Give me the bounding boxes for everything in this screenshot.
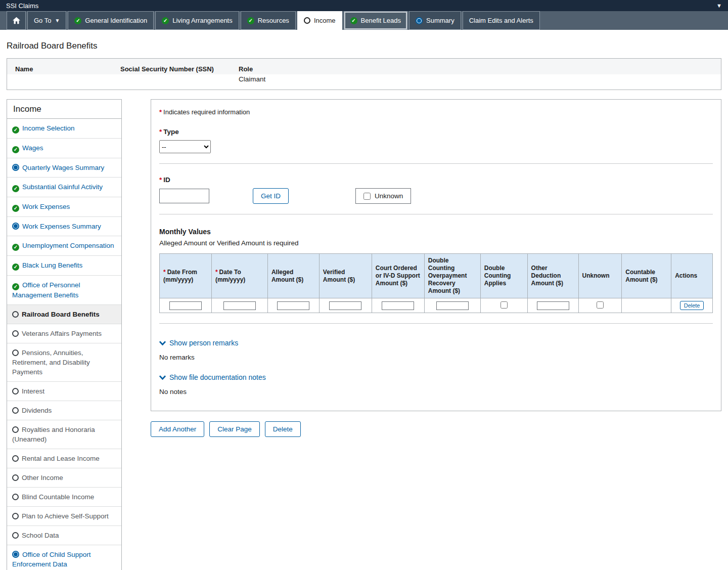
id-unknown-checkbox[interactable] bbox=[363, 193, 371, 200]
sidebar-item-unemployment-compensation[interactable]: Unemployment Compensation bbox=[7, 236, 121, 256]
sidebar-item-dividends: Dividends bbox=[7, 401, 121, 420]
tab-resources[interactable]: Resources bbox=[241, 11, 296, 30]
empty-circle-icon bbox=[12, 494, 19, 500]
type-select[interactable]: -- bbox=[159, 140, 211, 153]
col-court-ordered-amount: Court Ordered or IV-D Support Amount ($) bbox=[372, 254, 424, 298]
role-label: Role bbox=[239, 65, 713, 73]
empty-circle-icon bbox=[12, 330, 19, 337]
sidebar-item-quarterly-wages-summary[interactable]: Quarterly Wages Summary bbox=[7, 158, 121, 178]
empty-circle-icon bbox=[304, 17, 310, 24]
sidebar-item-office-of-child-support-enforcement-data[interactable]: Office of Child Support Enforcement Data bbox=[7, 545, 121, 570]
empty-circle-icon bbox=[12, 426, 19, 433]
clear-page-button[interactable]: Clear Page bbox=[209, 421, 260, 437]
delete-button[interactable]: Delete bbox=[265, 421, 301, 437]
court-ordered-amount-input[interactable] bbox=[382, 301, 414, 310]
get-id-button[interactable]: Get ID bbox=[253, 188, 289, 204]
col-unknown: Unknown bbox=[578, 254, 622, 298]
required-asterisk: * bbox=[215, 269, 218, 276]
sidebar-item-work-expenses[interactable]: Work Expenses bbox=[7, 197, 121, 217]
sidebar-item-school-data: School Data bbox=[7, 526, 121, 545]
alleged-amount-input[interactable] bbox=[277, 301, 309, 310]
chevron-down-icon bbox=[159, 375, 166, 380]
sidebar-item-black-lung-benefits[interactable]: Black Lung Benefits bbox=[7, 256, 121, 276]
tab-benefit-leads[interactable]: Benefit Leads bbox=[344, 11, 408, 30]
app-title: SSI Claims bbox=[6, 2, 38, 10]
tab-claim-edits-and-alerts[interactable]: Claim Edits and Alerts bbox=[463, 11, 540, 30]
sidebar-item-label: Work Expenses bbox=[22, 203, 70, 210]
id-label: *ID bbox=[159, 176, 713, 184]
person-header: Name Social Security Number (SSN) Role C… bbox=[7, 58, 721, 90]
empty-circle-icon bbox=[12, 455, 19, 462]
show-file-documentation-notes-toggle[interactable]: Show file documentation notes bbox=[159, 373, 266, 381]
in-progress-circle-icon bbox=[12, 551, 19, 558]
col-date-from: *Date From (mm/yyyy) bbox=[160, 254, 212, 298]
sidebar-item-label: Rental and Lease Income bbox=[22, 455, 100, 462]
add-another-button[interactable]: Add Another bbox=[151, 421, 204, 437]
check-circle-icon bbox=[12, 244, 19, 251]
col-double-counting-applies: Double Counting Applies bbox=[480, 254, 527, 298]
sidebar-item-pensions-annuities-retirement-disability: Pensions, Annuities, Retirement, and Dis… bbox=[7, 343, 121, 382]
sidebar-item-label: Railroad Board Benefits bbox=[22, 311, 100, 318]
go-to-dropdown[interactable]: Go To ▼ bbox=[27, 11, 66, 30]
col-countable-amount: Countable Amount ($) bbox=[622, 254, 671, 298]
empty-circle-icon bbox=[12, 532, 19, 539]
tab-label: Summary bbox=[426, 17, 454, 24]
tab-income[interactable]: Income bbox=[297, 11, 342, 30]
double-counting-recovery-amount-input[interactable] bbox=[436, 301, 469, 310]
home-button[interactable] bbox=[7, 11, 26, 30]
railroad-board-benefits-form: *Indicates required information *Type --… bbox=[151, 99, 721, 411]
go-to-label: Go To bbox=[34, 17, 51, 24]
double-counting-applies-checkbox[interactable] bbox=[500, 301, 508, 309]
tab-label: Living Arrangements bbox=[172, 17, 233, 24]
sidebar-item-label: Quarterly Wages Summary bbox=[22, 164, 104, 171]
sidebar-item-label: Office of Child Support Enforcement Data bbox=[12, 551, 91, 568]
sidebar-item-label: School Data bbox=[22, 532, 59, 539]
role-value: Claimant bbox=[239, 75, 713, 83]
required-asterisk: * bbox=[163, 269, 166, 276]
sidebar-item-label: Pensions, Annuities, Retirement, and Dis… bbox=[12, 349, 90, 376]
sidebar-item-label: Office of Personnel Management Benefits bbox=[12, 281, 80, 299]
sidebar-item-label: Royalties and Honoraria (Unearned) bbox=[12, 426, 95, 443]
name-label: Name bbox=[15, 65, 120, 73]
required-asterisk: * bbox=[159, 108, 162, 116]
verified-amount-input[interactable] bbox=[329, 301, 361, 310]
show-person-remarks-toggle[interactable]: Show person remarks bbox=[159, 339, 238, 347]
empty-circle-icon bbox=[12, 407, 19, 414]
tab-label: Income bbox=[314, 17, 336, 24]
section-divider bbox=[159, 163, 713, 164]
other-deduction-amount-input[interactable] bbox=[537, 301, 569, 310]
app-titlebar: SSI Claims ▼ bbox=[0, 0, 728, 11]
sidebar-item-work-expenses-summary[interactable]: Work Expenses Summary bbox=[7, 217, 121, 236]
page-title: Railroad Board Benefits bbox=[7, 41, 721, 51]
check-circle-icon bbox=[12, 146, 19, 153]
check-circle-icon bbox=[12, 126, 19, 134]
sidebar-item-income-selection[interactable]: Income Selection bbox=[7, 119, 121, 139]
sidebar-item-office-of-personnel-management-benefits[interactable]: Office of Personnel Management Benefits bbox=[7, 276, 121, 305]
empty-circle-icon bbox=[12, 388, 19, 394]
date-to-input[interactable] bbox=[223, 301, 256, 310]
tab-summary[interactable]: Summary bbox=[409, 11, 461, 30]
id-input[interactable] bbox=[159, 189, 209, 203]
sidebar-item-veterans-affairs-payments: Veterans Affairs Payments bbox=[7, 324, 121, 343]
tab-general-identification[interactable]: General Identification bbox=[68, 11, 154, 30]
ssn-value bbox=[120, 75, 239, 83]
row-delete-button[interactable]: Delete bbox=[680, 301, 704, 310]
sidebar-item-wages[interactable]: Wages bbox=[7, 139, 121, 158]
sidebar-item-label: Interest bbox=[22, 387, 44, 395]
sidebar-item-substantial-gainful-activity[interactable]: Substantial Gainful Activity bbox=[7, 178, 121, 197]
tab-living-arrangements[interactable]: Living Arrangements bbox=[155, 11, 239, 30]
section-divider bbox=[159, 214, 713, 214]
sidebar-item-label: Income Selection bbox=[22, 124, 75, 132]
app-menu-caret-icon[interactable]: ▼ bbox=[716, 3, 722, 9]
unknown-checkbox[interactable] bbox=[597, 301, 604, 309]
person-header-labels: Name Social Security Number (SSN) Role bbox=[7, 59, 721, 74]
col-alleged-amount: Alleged Amount ($) bbox=[267, 254, 319, 298]
id-unknown-group: Unknown bbox=[355, 188, 411, 204]
col-other-deduction-amount: Other Deduction Amount ($) bbox=[527, 254, 578, 298]
date-from-input[interactable] bbox=[169, 301, 202, 310]
check-circle-icon bbox=[12, 283, 19, 290]
tab-label: Benefit Leads bbox=[361, 17, 401, 24]
col-double-counting-recovery-amount: Double Counting Overpayment Recovery Amo… bbox=[424, 254, 480, 298]
tab-label: Claim Edits and Alerts bbox=[469, 17, 533, 24]
sidebar-item-railroad-board-benefits[interactable]: Railroad Board Benefits bbox=[7, 305, 121, 324]
